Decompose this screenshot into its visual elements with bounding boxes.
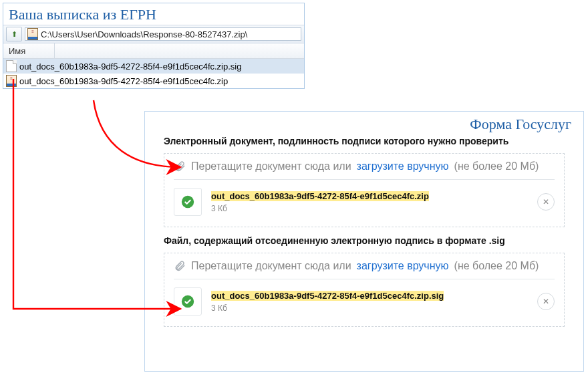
upload-success-icon [174,287,202,316]
upload-limit: (не более 20 Мб) [454,260,539,272]
file-row-zip[interactable]: ≡ out_docs_60b1983a-9df5-4272-85f4-e9f1d… [3,74,304,88]
uploaded-file-row: out_docs_60b1983a-9df5-4272-85f4-e9f1d5c… [174,188,555,216]
section-label: Файл, содержащий отсоединенную электронн… [164,235,565,246]
divider [174,179,555,180]
divider [174,279,555,279]
upload-section-document: Электронный документ, подлинность подпис… [145,136,583,235]
close-icon: ✕ [543,297,549,306]
paperclip-icon [174,160,186,172]
upload-manual-link[interactable]: загрузите вручную [357,260,449,272]
upload-limit: (не более 20 Мб) [454,160,539,172]
dropzone[interactable]: Перетащите документ сюда или загрузите в… [164,153,565,227]
address-bar[interactable]: ≡ C:\Users\User\Downloads\Response-80-85… [25,27,301,41]
uploaded-file-size: 3 Кб [211,204,528,213]
dropzone-text: Перетащите документ сюда или [191,260,351,272]
gosuslugi-form-panel: Форма Госуслуг Электронный документ, под… [144,111,584,372]
column-headers: Имя [3,43,304,59]
dropzone-header: Перетащите документ сюда или загрузите в… [174,260,555,272]
gosuslugi-form-title: Форма Госуслуг [145,112,583,136]
file-name: out_docs_60b1983a-9df5-4272-85f4-e9f1d5c… [19,76,228,86]
dropzone[interactable]: Перетащите документ сюда или загрузите в… [164,253,565,327]
uploaded-file-info: out_docs_60b1983a-9df5-4272-85f4-e9f1d5c… [211,191,528,213]
section-label: Электронный документ, подлинность подпис… [164,136,565,146]
uploaded-file-name: out_docs_60b1983a-9df5-4272-85f4-e9f1d5c… [211,291,528,301]
upload-success-icon [174,188,202,216]
uploaded-file-info: out_docs_60b1983a-9df5-4272-85f4-e9f1d5c… [211,291,528,313]
paperclip-icon [174,260,186,272]
file-row-sig[interactable]: out_docs_60b1983a-9df5-4272-85f4-e9f1d5c… [3,59,304,74]
explorer-panel: Ваша выписка из ЕГРН ⬆ ≡ C:\Users\User\D… [3,3,305,89]
close-icon: ✕ [543,197,549,207]
upload-manual-link[interactable]: загрузите вручную [357,160,449,172]
archive-icon: ≡ [6,75,17,87]
uploaded-file-name: out_docs_60b1983a-9df5-4272-85f4-e9f1d5c… [211,191,528,201]
dropzone-text: Перетащите документ сюда или [191,160,351,172]
file-name: out_docs_60b1983a-9df5-4272-85f4-e9f1d5c… [19,61,241,72]
uploaded-file-size: 3 Кб [211,303,528,313]
up-folder-button[interactable]: ⬆ [6,27,22,41]
uploaded-file-row: out_docs_60b1983a-9df5-4272-85f4-e9f1d5c… [174,287,555,316]
file-icon [6,60,17,72]
up-arrow-icon: ⬆ [11,30,17,39]
file-list: out_docs_60b1983a-9df5-4272-85f4-e9f1d5c… [3,59,304,88]
explorer-title: Ваша выписка из ЕГРН [3,3,304,25]
column-header-name[interactable]: Имя [3,43,55,58]
remove-file-button[interactable]: ✕ [537,293,555,310]
archive-icon: ≡ [27,28,38,40]
remove-file-button[interactable]: ✕ [537,193,555,211]
upload-section-signature: Файл, содержащий отсоединенную электронн… [145,235,583,335]
address-bar-row: ⬆ ≡ C:\Users\User\Downloads\Response-80-… [3,25,304,43]
address-path-text: C:\Users\User\Downloads\Response-80-8527… [41,29,247,39]
dropzone-header: Перетащите документ сюда или загрузите в… [174,160,555,172]
